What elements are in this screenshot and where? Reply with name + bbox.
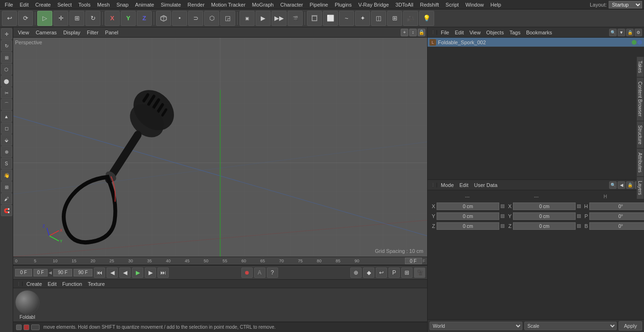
material-create-menu[interactable]: Create	[25, 281, 44, 287]
menu-render[interactable]: Render	[185, 1, 207, 8]
undo-button[interactable]: ↩	[2, 11, 17, 26]
h-input[interactable]	[589, 202, 644, 210]
viewport-display-menu[interactable]: Display	[60, 29, 83, 36]
obj-settings-btn[interactable]: ⚙	[635, 29, 642, 36]
select-mode-button[interactable]: ▷	[37, 11, 52, 26]
menu-animate[interactable]: Animate	[132, 1, 157, 8]
world-dropdown[interactable]: World Object Local	[429, 322, 522, 330]
end-frame-input-2[interactable]	[74, 269, 92, 276]
menu-snap[interactable]: Snap	[114, 1, 132, 8]
object-row-spork[interactable]: L Foldable_Spork_002	[428, 38, 644, 47]
z-pos-input[interactable]	[437, 222, 499, 230]
sidebar-bend-btn[interactable]: ⌒	[1, 99, 12, 110]
start-frame-input[interactable]	[15, 269, 32, 276]
menu-tools[interactable]: Tools	[75, 1, 93, 8]
cam-btn[interactable]: 🎥	[414, 267, 425, 278]
obj-view-menu[interactable]: View	[468, 29, 483, 36]
cube-tool-button[interactable]	[156, 11, 171, 26]
menu-motion-tracker[interactable]: Motion Tracker	[208, 1, 248, 8]
record-btn[interactable]: ⏺	[241, 267, 253, 278]
menu-help[interactable]: Help	[487, 1, 504, 8]
grid-btn[interactable]: ⊞	[401, 267, 413, 278]
attributes-tab[interactable]: Attributes	[636, 148, 644, 177]
transform-btn[interactable]: ⊕	[350, 267, 362, 278]
layers-tab[interactable]: Layers	[636, 177, 644, 199]
auto-key-btn[interactable]: A	[254, 267, 265, 278]
render-view-button[interactable]: ▶	[256, 11, 271, 26]
menu-redshift[interactable]: Redshift	[417, 1, 442, 8]
sidebar-grab-btn[interactable]: 👋	[1, 170, 12, 181]
layout-select[interactable]: Startup Standard	[609, 1, 642, 8]
z-pos-arrow[interactable]	[501, 224, 504, 228]
sidebar-weld-btn[interactable]: ⊕	[1, 146, 12, 157]
keyframe-btn[interactable]: ◆	[363, 267, 374, 278]
cycle-btn[interactable]: P	[388, 267, 400, 278]
point-tool-button[interactable]: •	[172, 11, 187, 26]
timeline-ruler[interactable]: 0 5 10 15 20 25 30 35 40 45 50 55 60 65 …	[13, 257, 427, 265]
sidebar-loop-btn[interactable]: ◻	[1, 122, 12, 134]
uv-tool-button[interactable]: ◲	[220, 11, 235, 26]
sidebar-paint-btn[interactable]: 🖌	[1, 193, 12, 204]
x-pos-arrow[interactable]	[501, 204, 504, 208]
z-rot-arrow[interactable]	[577, 224, 581, 228]
menu-script[interactable]: Script	[443, 1, 462, 8]
viewport-lock-btn[interactable]: 🔒	[418, 29, 425, 36]
sidebar-polygon-btn[interactable]: ⬡	[1, 64, 12, 75]
viewport-view-menu[interactable]: View	[15, 29, 32, 36]
attr-mode-menu[interactable]: Mode	[439, 182, 456, 188]
menu-mograph[interactable]: MoGraph	[249, 1, 277, 8]
menu-edit[interactable]: Edit	[17, 1, 32, 8]
y-rot-input[interactable]	[513, 212, 576, 220]
x-rot-input[interactable]	[513, 202, 576, 210]
z-axis-button[interactable]: Z	[137, 11, 152, 26]
menu-window[interactable]: Window	[462, 1, 487, 8]
render-all-button[interactable]: ▶▶	[272, 11, 287, 26]
viewport-filter-menu[interactable]: Filter	[84, 29, 101, 36]
skip-to-end-btn[interactable]: ⏭	[157, 267, 169, 278]
menu-simulate[interactable]: Simulate	[158, 1, 184, 8]
menu-pipeline[interactable]: Pipeline	[307, 1, 331, 8]
attr-edit-menu[interactable]: Edit	[458, 182, 471, 188]
move-tool-button[interactable]: ✛	[53, 11, 68, 26]
attr-userdata-menu[interactable]: User Data	[472, 182, 500, 188]
snap-to-key-btn[interactable]: ↩	[376, 267, 387, 278]
sidebar-brush-btn[interactable]: ⬤	[1, 75, 12, 87]
y-pos-arrow[interactable]	[501, 214, 504, 218]
menu-create[interactable]: Create	[33, 1, 54, 8]
sidebar-s-btn[interactable]: S	[1, 158, 12, 169]
obj-lock-btn[interactable]: 🔒	[626, 29, 634, 36]
viewport-maximize-btn[interactable]: +	[401, 29, 408, 36]
obj-tags-menu[interactable]: Tags	[508, 29, 522, 36]
sidebar-move-btn[interactable]: ✛	[1, 28, 12, 40]
menu-character[interactable]: Character	[277, 1, 305, 8]
attr-prev-btn[interactable]: ◀	[618, 181, 625, 189]
redo-button[interactable]: ⟳	[18, 11, 33, 26]
star-button[interactable]: ✦	[355, 11, 370, 26]
end-frame-input-1[interactable]	[53, 269, 72, 276]
structure-tab[interactable]: Structure	[636, 121, 644, 149]
material-function-menu[interactable]: Function	[60, 281, 84, 287]
viewport-pan-btn[interactable]: ↕	[409, 29, 417, 36]
perspective-button[interactable]	[307, 11, 322, 26]
content-browser-tab[interactable]: Content Browser	[636, 77, 644, 121]
menu-plugins[interactable]: Plugins	[332, 1, 355, 8]
motion-path-btn[interactable]: ?	[267, 267, 278, 278]
prev-frame-btn[interactable]: ◀	[107, 267, 118, 278]
skip-to-start-btn[interactable]: ⏮	[94, 267, 105, 278]
attr-lock-btn[interactable]: 🔒	[626, 181, 634, 189]
sidebar-rotate-btn[interactable]: ↻	[1, 40, 12, 51]
apply-button[interactable]: Apply	[619, 321, 642, 331]
y-axis-button[interactable]: Y	[121, 11, 136, 26]
sidebar-knife-btn[interactable]: ✂	[1, 87, 12, 98]
obj-objects-menu[interactable]: Objects	[484, 29, 505, 36]
floor-button[interactable]: ⬜	[323, 11, 338, 26]
prev-frame-input[interactable]	[33, 269, 48, 276]
b-input[interactable]	[589, 222, 644, 230]
z-rot-input[interactable]	[513, 222, 576, 230]
obj-search-btn[interactable]: 🔍	[609, 29, 617, 36]
sidebar-bevel-btn[interactable]: ⬙	[1, 134, 12, 146]
rotate-tool-button[interactable]: ↻	[85, 11, 100, 26]
y-rot-arrow[interactable]	[577, 214, 581, 218]
y-pos-input[interactable]	[437, 212, 499, 220]
sidebar-grid-btn[interactable]: ⊞	[1, 181, 12, 193]
